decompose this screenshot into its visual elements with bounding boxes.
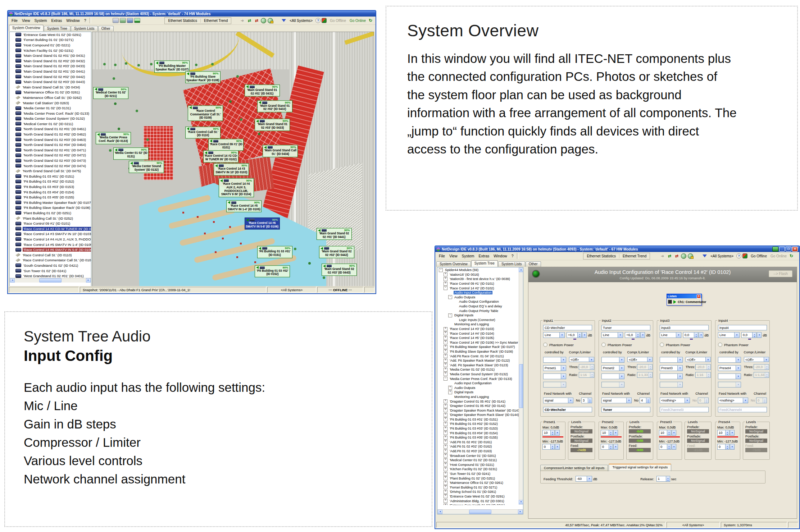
tree-item[interactable]: + 'Race Control 09 #1' (ID 0101) — [437, 281, 523, 286]
scroll-thumb[interactable] — [519, 364, 523, 408]
input-gain-spinner[interactable]: +6,0 — [625, 332, 640, 338]
scroll-thumb[interactable] — [469, 510, 491, 514]
expand-toggle-icon[interactable]: + — [444, 354, 447, 358]
controlled-by-select-3[interactable] — [543, 373, 566, 379]
listen-title-bar[interactable]: Listen ✕ — [667, 294, 701, 298]
tree-item[interactable]: 'Sun Tower 01 02' (ID 0241) — [10, 268, 91, 274]
tree-item[interactable]: Audio Output EQ´s and delay — [437, 304, 523, 309]
preset-max-dropdown[interactable] — [555, 430, 560, 436]
expand-toggle-icon[interactable]: + — [448, 390, 452, 394]
input-source-select[interactable]: Line — [660, 332, 681, 338]
expand-toggle-icon[interactable]: + — [444, 272, 447, 276]
minimize-button[interactable] — [779, 247, 785, 252]
expand-toggle-icon[interactable]: + — [444, 368, 447, 372]
refresh-icon[interactable]: ↻ — [790, 253, 793, 258]
menu-item[interactable]: ? — [509, 253, 516, 259]
tree-item[interactable]: + 'station16' (ID 0016) — [437, 272, 523, 277]
preset-max-dropdown[interactable] — [672, 430, 676, 436]
gain-dropdown-button[interactable] — [699, 332, 703, 338]
globe-lock-icon[interactable] — [268, 18, 273, 23]
tree-item[interactable]: 'Maintenance Office 01 02' (ID 0261) — [10, 90, 91, 95]
phantom-power-radio[interactable] — [601, 343, 606, 347]
tree-item[interactable]: 'North Grand Stand 01 02 #04' (ID 0464) — [10, 142, 91, 147]
preset-max-spinner[interactable]: 10 — [601, 430, 613, 436]
tree-item[interactable]: 'Main Grand Stand 01 02 #01' (ID 0431) — [10, 53, 91, 58]
refresh-icon[interactable]: ↻ — [369, 18, 372, 23]
all-systems-dropdown[interactable]: <All Systems> — [288, 18, 314, 23]
preset-max-spinner[interactable]: 10 — [717, 430, 729, 436]
tree-item[interactable]: 'North Grand Stand Call St.' (ID 0475) — [10, 168, 91, 174]
horizontal-scrollbar[interactable]: ◄ ► — [437, 509, 523, 514]
menu-item[interactable]: View — [447, 253, 460, 259]
tree-item[interactable]: + 'Driving School 01 01' (ID 0281) — [437, 490, 523, 494]
window-cascade-icon[interactable] — [113, 18, 119, 23]
expand-toggle-icon[interactable]: - — [444, 286, 447, 290]
globe-network-icon[interactable] — [681, 253, 686, 259]
tree-item[interactable]: 'Race Control 14 #6 SMATV IN 5-8' (ID 01… — [10, 247, 91, 252]
map-device-label[interactable]: 90% 'Pit Building Slave Speaker Rack' (I… — [185, 71, 221, 83]
expand-toggle-icon[interactable]: + — [444, 472, 447, 476]
input-gain-spinner[interactable]: 0,0 — [683, 332, 698, 338]
map-device-label[interactable]: 90% 'Main Grand Stand 01 02 #01' (ID 043… — [245, 84, 280, 96]
feed-network-select[interactable]: <nothing> — [718, 398, 748, 403]
tree-item[interactable]: 'Race Control 14 #3 SMATV IN 10' (ID 010… — [10, 231, 91, 237]
phantom-power-radio[interactable] — [660, 343, 664, 347]
compressor-limiter-select[interactable]: <Off> — [569, 357, 594, 362]
sync-down-icon[interactable]: ⇄ — [674, 253, 679, 258]
controlled-by-select-3[interactable] — [718, 373, 741, 379]
ethernet-statistics-button[interactable]: Ethernet Statistics — [165, 19, 200, 23]
tree-item[interactable]: Audio Output Priority Table — [437, 308, 523, 313]
map-device-label[interactable]: 90% 'Pit Building 01 03 #02' (ID 0152) — [255, 265, 290, 277]
stop-button[interactable] — [668, 300, 672, 304]
tab[interactable]: System Tree — [471, 260, 498, 267]
expand-toggle-icon[interactable]: + — [444, 345, 447, 349]
map-device-label[interactable]: 90% 'Media Center Press Conf. Rack' (ID … — [96, 132, 131, 144]
expand-toggle-icon[interactable]: + — [444, 467, 447, 471]
menu-item[interactable]: ? — [82, 18, 88, 23]
map-device-label[interactable]: 90% 'Race Control 09 #1' (ID 0101) — [208, 139, 244, 151]
input-source-select[interactable]: Line — [543, 332, 565, 338]
tree-item[interactable]: + 'Medical Center 01 02' (ID 0211) — [437, 458, 523, 463]
expand-toggle-icon[interactable]: + — [444, 282, 447, 286]
preset-min-spinner[interactable]: 0 — [601, 444, 613, 450]
tree-item[interactable]: 'Pit Building 01 03 #03' (ID 0153) — [10, 184, 91, 189]
input-name-field[interactable]: Tuner — [601, 325, 650, 330]
expand-toggle-icon[interactable]: + — [444, 277, 447, 281]
expand-toggle-icon[interactable]: + — [444, 494, 447, 498]
map-device-label[interactable]: 90% 'Race Control 14 #2 CD-W TUNER IN' (… — [203, 151, 238, 162]
tree-item[interactable]: + 'Add.Pit 01 02 #02' (ID 0162) — [437, 444, 523, 449]
expand-toggle-icon[interactable]: + — [444, 422, 447, 426]
map-device-label[interactable]: 90% 'Race Control 14 #4 AUX 2, AUX 3, PA… — [219, 178, 254, 197]
map-device-label[interactable]: 90% 'Main Grand Stand 02 02 #01' (ID 044… — [317, 228, 352, 240]
expand-toggle-icon[interactable]: + — [444, 413, 447, 417]
system-status-icon[interactable] — [772, 247, 778, 252]
controlled-by-select-1[interactable] — [601, 357, 624, 363]
expand-toggle-icon[interactable]: + — [444, 490, 447, 494]
tree-item[interactable]: Logic Inputs (Connector) — [437, 318, 523, 322]
tree-item[interactable]: + 'Add.Pit Race Contr. 01 04' (ID 0121) — [437, 354, 523, 358]
tree-item[interactable]: + 'Sun Tower 01 02' (ID 0241) — [437, 472, 523, 476]
expand-toggle-icon[interactable]: + — [444, 417, 447, 421]
scroll-left-icon[interactable]: ◄ — [10, 278, 15, 283]
menu-item[interactable]: System — [32, 18, 49, 23]
expand-toggle-icon[interactable]: + — [444, 504, 447, 505]
tree-item[interactable]: 'Main Grand Stand 02 02 #02' (ID 0442) — [10, 74, 91, 79]
tab[interactable]: Other — [526, 261, 541, 267]
preset-min-dropdown[interactable] — [672, 444, 676, 450]
gain-dropdown-button[interactable] — [640, 332, 645, 338]
preset-max-spinner[interactable]: 10 — [542, 430, 555, 436]
title-bar[interactable]: NetDesign IDE v0.8.3 (Built 186, Mi, 11.… — [8, 11, 376, 17]
preset-min-spinner[interactable]: 0 — [659, 444, 671, 450]
tree-item[interactable]: + 'Add. Pit Speaker Rack Slave' (ID 0123… — [437, 363, 523, 367]
tree-item[interactable]: + 'Dragster Control 01 05 #01' (ID 0141) — [437, 399, 523, 404]
tab[interactable]: Other — [98, 26, 114, 31]
tree-item[interactable]: 'North Grand Stand 02 02 #03' (ID 0473) — [10, 158, 91, 163]
go-online-button[interactable]: Go Online — [769, 254, 788, 258]
gain-dropdown-button[interactable] — [582, 332, 587, 338]
tree-item[interactable]: + 'Race Control 14 #3' (ID 0103) — [437, 327, 523, 331]
tree-item[interactable]: 'Pit Building 01 03 #04' (ID 0154) — [10, 189, 91, 195]
tree-item[interactable]: + 'Host Compound 01' (ID 0221) — [437, 463, 523, 467]
tree-item[interactable]: + 'Pit Building 01 03 #03' (ID 0153) — [437, 426, 523, 431]
map-device-label[interactable]: 90% 'Pit Building 01 03 #01' (ID 0151) — [257, 246, 292, 258]
tree-item[interactable]: - Audio Outputs — [437, 295, 523, 300]
